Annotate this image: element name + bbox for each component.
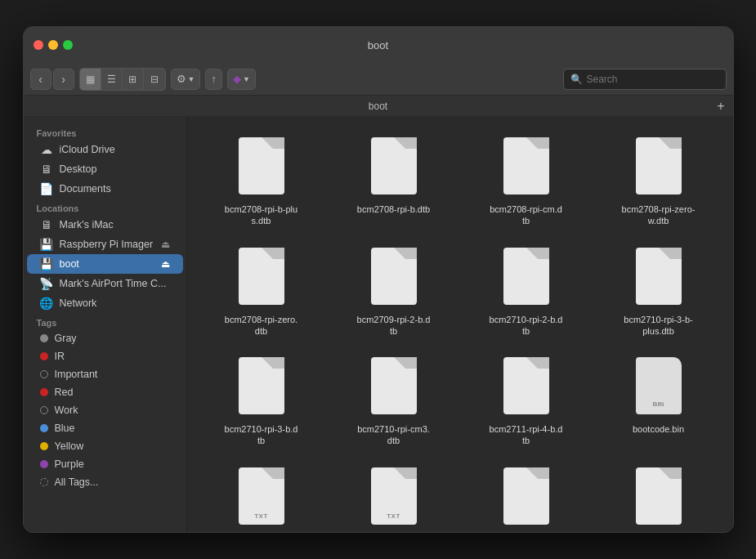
sidebar-tag-ir[interactable]: IR <box>27 347 183 365</box>
file-icon-f9 <box>234 353 289 418</box>
file-icon-f13: TXT <box>234 463 289 529</box>
back-button[interactable]: ‹ <box>30 69 51 90</box>
minimize-button[interactable] <box>48 40 58 50</box>
red-label: Red <box>55 387 74 398</box>
sidebar: Favorites ☁ iCloud Drive 🖥 Desktop 📄 Doc… <box>24 117 187 532</box>
desktop-label: Desktop <box>60 163 97 175</box>
file-icon-f5 <box>234 244 289 309</box>
file-name-f1: bcm2708-rpi-b-plus.dtb <box>225 203 298 227</box>
doc-shape <box>636 137 682 195</box>
doc-shape <box>636 248 682 305</box>
desktop-icon: 🖥 <box>40 163 53 176</box>
sidebar-tag-work[interactable]: Work <box>27 401 183 419</box>
sidebar-tag-yellow[interactable]: Yellow <box>27 437 183 455</box>
sidebar-tag-blue[interactable]: Blue <box>27 419 183 437</box>
file-item[interactable]: bcm2710-rpi-3-b.dtb <box>197 347 326 454</box>
file-item[interactable]: bcm2710-rpi-2-b.dtb <box>462 237 591 344</box>
work-label: Work <box>55 405 78 416</box>
close-button[interactable] <box>34 40 43 50</box>
purple-dot <box>40 460 48 468</box>
toolbar: ‹ › ▦ ☰ ⊞ ⊟ ⚙ ▼ ↑ ◆ ▼ 🔍 <box>24 63 733 96</box>
path-label: boot <box>369 101 387 112</box>
file-icon-f11 <box>499 353 554 418</box>
file-item[interactable]: bcm2708-rpi-zero.dtb <box>197 237 326 344</box>
file-name-f2: bcm2708-rpi-b.dtb <box>357 203 430 215</box>
bin-shape: BIN <box>636 357 682 414</box>
tag-button[interactable]: ◆ ▼ <box>227 69 256 90</box>
file-item[interactable]: bcm2708-rpi-cm.dtb <box>462 127 591 234</box>
bin-label: BIN <box>653 400 664 408</box>
sidebar-item-network[interactable]: 🌐 Network <box>27 293 183 313</box>
tags-header: Tags <box>24 313 186 329</box>
icloud-label: iCloud Drive <box>60 144 115 155</box>
file-name-f5: bcm2708-rpi-zero.dtb <box>225 314 298 338</box>
txt-label: TXT <box>254 512 268 520</box>
file-item[interactable]: BIN bootcode.bin <box>594 347 723 454</box>
view-gallery-button[interactable]: ⊟ <box>144 69 165 90</box>
file-item[interactable]: COPYING.linux <box>462 457 591 532</box>
file-item[interactable]: bcm2710-rpi-3-b-plus.dtb <box>594 237 723 344</box>
add-button[interactable]: + <box>717 99 724 114</box>
doc-shape <box>371 137 417 195</box>
view-options-chevron: ▼ <box>188 75 195 83</box>
view-list-button[interactable]: ☰ <box>101 69 123 90</box>
file-item[interactable]: bcm2711-rpi-4-b.dtb <box>462 347 591 454</box>
airport-label: Mark's AirPort Time C... <box>60 278 167 289</box>
search-input[interactable] <box>587 74 719 85</box>
file-item[interactable]: bcm2708-rpi-b-plus.dtb <box>197 127 326 234</box>
file-item[interactable]: bcm2709-rpi-2-b.dtb <box>329 237 459 344</box>
doc-shape <box>239 357 284 414</box>
file-icon-f2 <box>366 133 422 199</box>
sidebar-item-airport[interactable]: 📡 Mark's AirPort Time C... <box>27 274 183 293</box>
sidebar-item-documents[interactable]: 📄 Documents <box>27 179 183 199</box>
important-dot <box>40 370 48 378</box>
doc-shape <box>371 248 417 305</box>
sidebar-tag-red[interactable]: Red <box>27 383 183 401</box>
raspberry-eject-icon[interactable]: ⏏ <box>161 239 170 250</box>
file-item[interactable]: bcm2710-rpi-cm3.dtb <box>329 347 459 454</box>
ir-label: IR <box>55 351 65 362</box>
share-button[interactable]: ↑ <box>205 69 222 90</box>
network-icon: 🌐 <box>40 297 53 310</box>
sidebar-tag-all[interactable]: All Tags... <box>27 473 183 491</box>
window-title: boot <box>368 39 388 51</box>
file-icon-f6 <box>366 244 422 309</box>
forward-button[interactable]: › <box>53 69 74 90</box>
doc-shape <box>503 137 549 195</box>
favorites-header: Favorites <box>24 123 186 140</box>
sidebar-item-marks-imac[interactable]: 🖥 Mark's iMac <box>27 215 183 235</box>
doc-shape: TXT <box>371 467 417 525</box>
search-box[interactable]: 🔍 <box>563 69 727 90</box>
ir-dot <box>40 352 48 360</box>
sidebar-item-icloud[interactable]: ☁ iCloud Drive <box>27 140 183 159</box>
doc-shape: TXT <box>239 467 284 525</box>
marks-imac-label: Mark's iMac <box>60 219 114 230</box>
sidebar-tag-purple[interactable]: Purple <box>27 455 183 473</box>
sidebar-item-desktop[interactable]: 🖥 Desktop <box>27 159 183 179</box>
file-icon-f1 <box>234 133 289 199</box>
view-column-button[interactable]: ⊞ <box>123 69 144 90</box>
doc-shape <box>239 137 284 195</box>
sidebar-tag-gray[interactable]: Gray <box>27 329 183 347</box>
file-icon-f7 <box>499 244 554 309</box>
file-icon-f4 <box>631 133 687 199</box>
doc-shape <box>636 467 682 525</box>
sidebar-item-boot[interactable]: 💾 boot ⏏ <box>27 254 183 274</box>
sidebar-item-raspberry-pi[interactable]: 💾 Raspberry Pi Imager ⏏ <box>27 235 183 254</box>
file-item[interactable]: bcm2708-rpi-zero-w.dtb <box>594 127 723 234</box>
sidebar-tag-important[interactable]: Important <box>27 365 183 383</box>
file-item[interactable]: fixup_cd.dat <box>594 457 723 532</box>
maximize-button[interactable] <box>63 40 73 50</box>
file-icon-f16 <box>631 463 687 529</box>
view-options-button[interactable]: ⚙ ▼ <box>171 69 201 90</box>
file-item[interactable]: bcm2708-rpi-b.dtb <box>329 127 459 234</box>
boot-eject-icon[interactable]: ⏏ <box>161 258 170 270</box>
view-icon-button[interactable]: ▦ <box>80 69 101 90</box>
file-name-f9: bcm2710-rpi-3-b.dtb <box>225 423 298 447</box>
file-item[interactable]: TXT cmdline.txt <box>197 457 326 532</box>
blue-dot <box>40 424 48 432</box>
file-name-f11: bcm2711-rpi-4-b.dtb <box>490 423 563 447</box>
file-item[interactable]: TXT config.txt <box>329 457 459 532</box>
doc-shape <box>371 357 417 414</box>
all-tags-dot <box>40 478 48 486</box>
